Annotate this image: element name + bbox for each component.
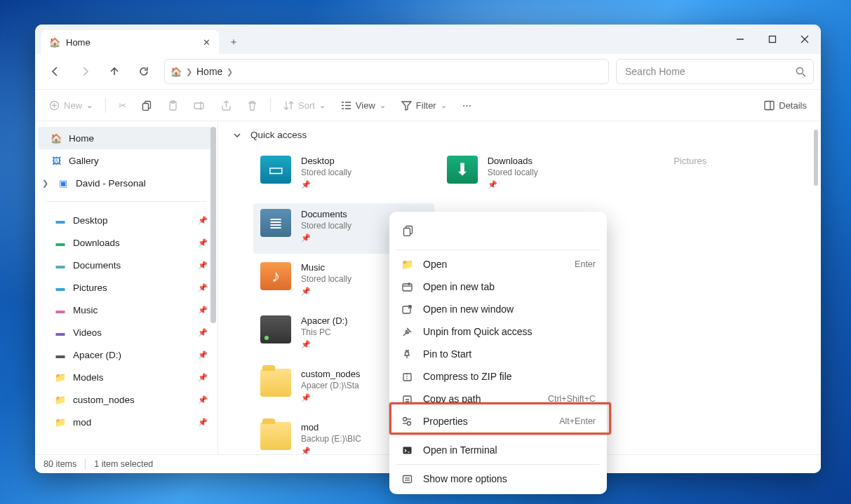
cut-button[interactable]: ✂ bbox=[112, 94, 133, 116]
sidebar-item-music[interactable]: ▬Music📌 bbox=[35, 299, 217, 321]
paste-button[interactable] bbox=[161, 94, 185, 116]
context-menu-show-more-options[interactable]: Show more options bbox=[389, 468, 607, 490]
item-title: Music bbox=[301, 262, 351, 273]
item-subtitle: Stored locally bbox=[301, 274, 351, 284]
copy-icon bbox=[403, 225, 414, 236]
svg-rect-38 bbox=[403, 475, 411, 482]
context-menu-shortcut: Ctrl+Shift+C bbox=[548, 394, 596, 404]
tab-home[interactable]: 🏠 Home ✕ bbox=[41, 30, 219, 54]
sidebar-item-videos[interactable]: ▬Videos📌 bbox=[35, 321, 217, 343]
sidebar-item-documents[interactable]: ▬Documents📌 bbox=[35, 254, 217, 276]
sidebar-item-david-personal[interactable]: ❯▣David - Personal bbox=[35, 172, 217, 194]
sidebar-item-pictures[interactable]: ▬Pictures📌 bbox=[35, 276, 217, 299]
rename-button[interactable] bbox=[187, 94, 213, 116]
quick-access-header[interactable]: Quick access bbox=[232, 130, 807, 140]
breadcrumb[interactable]: 🏠 ❯ Home ❯ bbox=[164, 59, 609, 84]
content-scrollbar[interactable] bbox=[814, 130, 818, 186]
sidebar-item-desktop[interactable]: ▬Desktop📌 bbox=[35, 209, 217, 231]
delete-button[interactable] bbox=[240, 94, 264, 116]
sidebar-item-mod[interactable]: 📁mod📌 bbox=[35, 411, 217, 433]
sidebar-item-label: Home bbox=[69, 133, 94, 144]
pin-icon: 📌 bbox=[198, 306, 208, 315]
toolbar: New ⌄ ✂ Sort ⌄ View ⌄ bbox=[35, 89, 821, 121]
separator bbox=[105, 97, 106, 113]
sidebar-item-gallery[interactable]: 🖼Gallery bbox=[35, 149, 217, 172]
svg-point-33 bbox=[403, 418, 407, 421]
share-button[interactable] bbox=[214, 94, 239, 116]
context-menu-unpin-from-quick-access[interactable]: Unpin from Quick access bbox=[389, 320, 607, 343]
chevron-right-icon: ❯ bbox=[186, 67, 192, 76]
sidebar-item-label: Pictures bbox=[73, 282, 107, 293]
sidebar-scrollbar[interactable] bbox=[210, 127, 216, 323]
chevron-down-icon: ⌄ bbox=[86, 101, 93, 110]
search-input[interactable] bbox=[624, 65, 790, 78]
quick-access-item-downloads[interactable]: ⬇DownloadsStored locally📌 bbox=[440, 150, 621, 200]
view-button[interactable]: View ⌄ bbox=[334, 94, 393, 116]
search-icon[interactable] bbox=[796, 67, 806, 77]
svg-point-4 bbox=[797, 67, 803, 74]
search-box[interactable] bbox=[616, 59, 814, 84]
sidebar-item-models[interactable]: 📁Models📌 bbox=[35, 366, 217, 388]
chevron-right-icon[interactable]: ❯ bbox=[42, 179, 51, 188]
sort-icon bbox=[283, 100, 294, 111]
sidebar-item-custom-nodes[interactable]: 📁custom_nodes📌 bbox=[35, 388, 217, 411]
sidebar-item-home[interactable]: 🏠Home bbox=[38, 127, 215, 149]
new-button[interactable]: New ⌄ bbox=[42, 94, 100, 116]
chevron-down-icon bbox=[232, 130, 242, 140]
minimize-button[interactable] bbox=[724, 25, 756, 54]
sidebar-item-apacer-d-[interactable]: ▬Apacer (D:)📌 bbox=[35, 343, 217, 366]
cut-icon: ✂ bbox=[119, 100, 126, 111]
sidebar-item-label: Desktop bbox=[73, 215, 108, 226]
item-subtitle: Apacer (D:)\Sta bbox=[301, 381, 361, 390]
copy-button[interactable] bbox=[396, 220, 420, 241]
address-bar: 🏠 ❯ Home ❯ bbox=[35, 54, 821, 89]
item-count: 80 items bbox=[43, 459, 76, 469]
context-menu-pin-to-start[interactable]: Pin to Start bbox=[389, 343, 607, 365]
svg-rect-21 bbox=[765, 101, 774, 109]
rename-icon bbox=[194, 100, 206, 111]
context-menu-copy-as-path[interactable]: Copy as pathCtrl+Shift+C bbox=[389, 388, 607, 410]
context-menu-open-in-new-tab[interactable]: Open in new tab bbox=[389, 275, 607, 298]
tab-title: Home bbox=[66, 37, 91, 48]
forward-button[interactable] bbox=[72, 59, 98, 84]
quick-access-item-desktop[interactable]: ▭DesktopStored locally📌 bbox=[253, 150, 434, 200]
item-title: custom_nodes bbox=[301, 369, 361, 379]
titlebar: 🏠 Home ✕ ＋ bbox=[35, 25, 821, 54]
new-tab-button[interactable]: ＋ bbox=[222, 30, 246, 54]
pin-icon: 📌 bbox=[198, 261, 208, 270]
context-menu-open-in-terminal[interactable]: Open in Terminal bbox=[389, 439, 607, 461]
pin-icon: 📌 bbox=[301, 180, 351, 189]
back-button[interactable] bbox=[42, 59, 69, 84]
refresh-button[interactable] bbox=[130, 59, 157, 84]
share-icon bbox=[221, 100, 232, 111]
pin-icon: 📌 bbox=[301, 447, 361, 454]
sort-button[interactable]: Sort ⌄ bbox=[276, 94, 333, 116]
sidebar-item-downloads[interactable]: ▬Downloads📌 bbox=[35, 231, 217, 254]
maximize-button[interactable] bbox=[756, 25, 789, 54]
quick-access-item-pictures[interactable]: Pictures bbox=[626, 150, 807, 200]
item-title: Documents bbox=[301, 209, 351, 219]
item-title: Pictures bbox=[674, 156, 706, 166]
separator bbox=[85, 459, 86, 469]
item-subtitle: Stored locally bbox=[488, 168, 538, 177]
context-menu-compress-to-zip-file[interactable]: Compress to ZIP file bbox=[389, 365, 607, 388]
context-menu-open-in-new-window[interactable]: Open in new window bbox=[389, 298, 607, 320]
tab-close-icon[interactable]: ✕ bbox=[203, 37, 210, 48]
svg-line-5 bbox=[803, 74, 805, 76]
pin-icon: 📌 bbox=[198, 395, 208, 404]
copy-button[interactable] bbox=[135, 94, 159, 116]
details-button[interactable]: Details bbox=[757, 94, 814, 116]
item-title: Downloads bbox=[488, 156, 538, 166]
context-menu-open[interactable]: 📁OpenEnter bbox=[389, 253, 607, 275]
sidebar-item-label: mod bbox=[73, 417, 91, 428]
selection-count: 1 item selected bbox=[94, 459, 153, 469]
context-menu-properties[interactable]: PropertiesAlt+Enter bbox=[389, 410, 607, 433]
more-button[interactable]: ⋯ bbox=[455, 94, 478, 116]
up-button[interactable] bbox=[101, 59, 128, 84]
close-button[interactable] bbox=[789, 25, 821, 54]
svg-rect-25 bbox=[403, 284, 412, 291]
pin-icon: 📌 bbox=[301, 233, 351, 243]
context-menu-label: Compress to ZIP file bbox=[423, 371, 512, 382]
chevron-down-icon: ⌄ bbox=[441, 101, 447, 110]
filter-button[interactable]: Filter ⌄ bbox=[394, 94, 454, 116]
